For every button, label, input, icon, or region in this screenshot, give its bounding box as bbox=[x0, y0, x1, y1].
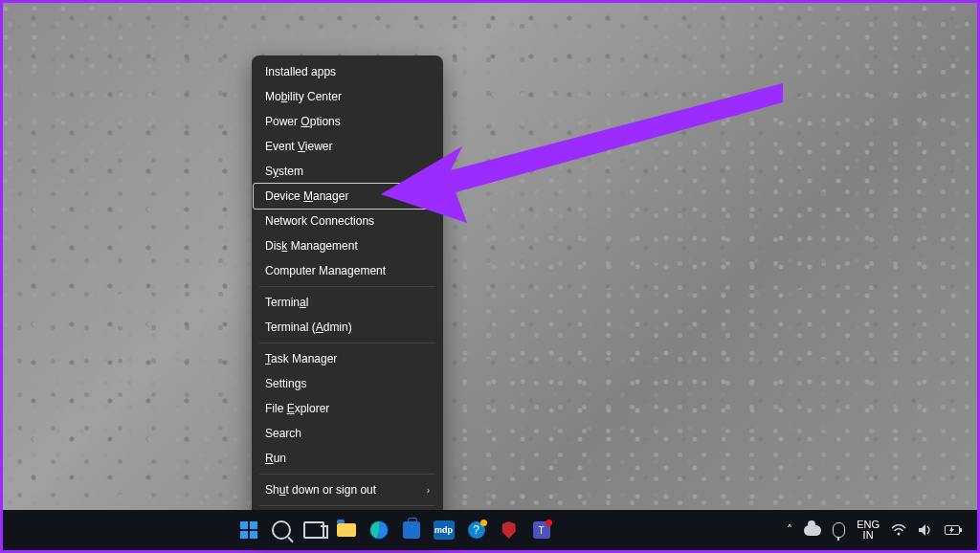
menu-item-terminal[interactable]: Terminal bbox=[252, 290, 443, 315]
file-explorer-button[interactable] bbox=[335, 519, 358, 542]
menu-item-file-explorer[interactable]: File Explorer bbox=[252, 396, 443, 421]
task-view-icon bbox=[303, 521, 324, 539]
svg-point-1 bbox=[898, 533, 901, 536]
microphone-icon bbox=[833, 522, 845, 538]
menu-separator bbox=[259, 505, 435, 506]
menu-item-label: System bbox=[265, 165, 303, 178]
folder-icon bbox=[337, 523, 356, 537]
menu-separator bbox=[259, 343, 435, 343]
help-icon: ? bbox=[468, 521, 485, 539]
battery-tray[interactable] bbox=[945, 524, 964, 536]
teams-icon: T bbox=[533, 521, 550, 539]
menu-item-label: File Explorer bbox=[265, 402, 329, 415]
menu-item-shut-down-or-sign-out[interactable]: Shut down or sign out› bbox=[252, 477, 443, 502]
menu-item-label: Network Connections bbox=[265, 214, 374, 228]
store-icon bbox=[403, 521, 420, 539]
menu-item-label: Terminal (Admin) bbox=[265, 321, 352, 334]
menu-item-label: Device Manager bbox=[265, 189, 348, 203]
menu-item-label: Computer Management bbox=[265, 264, 386, 277]
menu-item-search[interactable]: Search bbox=[252, 421, 443, 446]
menu-item-settings[interactable]: Settings bbox=[252, 371, 443, 396]
edge-icon bbox=[369, 520, 389, 540]
menu-item-network-connections[interactable]: Network Connections bbox=[252, 209, 443, 233]
chevron-up-icon: ˄ bbox=[787, 523, 792, 537]
menu-separator bbox=[259, 286, 435, 287]
chevron-right-icon: › bbox=[427, 485, 430, 496]
menu-item-label: Task Manager bbox=[265, 352, 337, 365]
menu-item-label: Installed apps bbox=[265, 65, 336, 78]
menu-item-computer-management[interactable]: Computer Management bbox=[252, 258, 443, 283]
teams-button[interactable]: T bbox=[530, 519, 553, 542]
mcafee-button[interactable] bbox=[498, 519, 521, 542]
windows-logo-icon bbox=[240, 521, 257, 539]
mcafee-shield-icon bbox=[502, 521, 516, 539]
onedrive-tray[interactable] bbox=[804, 525, 821, 536]
menu-item-label: Power Options bbox=[265, 115, 341, 128]
speaker-icon bbox=[918, 523, 933, 537]
menu-item-system[interactable]: System bbox=[252, 159, 443, 184]
tray-overflow-button[interactable]: ˄ bbox=[787, 523, 792, 537]
taskbar-center: mdp ? T bbox=[3, 519, 787, 542]
cloud-icon bbox=[804, 525, 821, 536]
language-indicator[interactable]: ENG IN bbox=[857, 520, 880, 541]
menu-item-label: Settings bbox=[265, 377, 306, 390]
menu-item-power-options[interactable]: Power Options bbox=[252, 109, 443, 134]
taskbar: mdp ? T ˄ ENG IN bbox=[3, 510, 977, 550]
menu-item-device-manager[interactable]: Device Manager bbox=[254, 184, 441, 209]
microphone-tray[interactable] bbox=[833, 522, 845, 538]
menu-item-label: Shut down or sign out bbox=[265, 483, 376, 497]
menu-item-terminal-admin[interactable]: Terminal (Admin) bbox=[252, 315, 443, 340]
help-app-button[interactable]: ? bbox=[465, 519, 488, 542]
winx-context-menu: Installed appsMobility CenterPower Optio… bbox=[252, 55, 443, 538]
menu-item-run[interactable]: Run bbox=[252, 446, 443, 471]
start-button[interactable] bbox=[237, 519, 260, 542]
menu-item-label: Event Viewer bbox=[265, 140, 333, 153]
volume-tray[interactable] bbox=[918, 523, 933, 537]
menu-item-label: Search bbox=[265, 427, 301, 440]
mdp-app-button[interactable]: mdp bbox=[433, 519, 456, 542]
desktop-wallpaper bbox=[3, 3, 977, 550]
mdp-icon: mdp bbox=[434, 520, 455, 540]
menu-item-mobility-center[interactable]: Mobility Center bbox=[252, 84, 443, 109]
battery-icon bbox=[945, 524, 964, 536]
edge-button[interactable] bbox=[368, 519, 390, 542]
wifi-tray[interactable] bbox=[891, 524, 906, 536]
menu-item-task-manager[interactable]: Task Manager bbox=[252, 346, 443, 371]
menu-item-label: Disk Management bbox=[265, 239, 358, 253]
menu-item-disk-management[interactable]: Disk Management bbox=[252, 233, 443, 258]
menu-item-label: Mobility Center bbox=[265, 90, 342, 103]
svg-rect-3 bbox=[960, 528, 962, 532]
wifi-icon bbox=[891, 524, 906, 536]
microsoft-store-button[interactable] bbox=[400, 519, 423, 542]
menu-item-installed-apps[interactable]: Installed apps bbox=[252, 59, 443, 84]
menu-separator bbox=[259, 474, 435, 475]
language-bottom: IN bbox=[857, 530, 880, 541]
task-view-button[interactable] bbox=[302, 519, 325, 542]
menu-item-label: Terminal bbox=[265, 296, 308, 309]
search-icon bbox=[272, 520, 291, 540]
menu-item-event-viewer[interactable]: Event Viewer bbox=[252, 134, 443, 159]
menu-item-label: Run bbox=[265, 452, 286, 465]
search-button[interactable] bbox=[270, 519, 293, 542]
taskbar-tray: ˄ ENG IN bbox=[787, 520, 977, 541]
